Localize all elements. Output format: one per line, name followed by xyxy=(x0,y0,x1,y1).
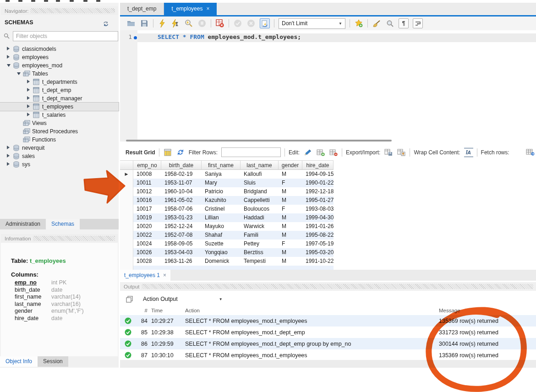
expand-arrow-icon[interactable] xyxy=(27,104,30,108)
explain-plan-icon[interactable] xyxy=(184,19,193,28)
output-col-message[interactable]: Message xyxy=(438,308,536,313)
tree-item-sys[interactable]: sys xyxy=(0,160,119,169)
output-type-dropdown[interactable]: Action Output ▼ xyxy=(138,296,223,302)
grid-col-hire_date[interactable]: hire_date xyxy=(302,160,334,170)
autocommit-toggle-icon[interactable] xyxy=(260,18,270,28)
sidebar-tab-schemas[interactable]: Schemas xyxy=(46,219,80,229)
grid-cell[interactable]: Patricio xyxy=(202,187,241,196)
grid-col-emp_no[interactable]: emp_no xyxy=(133,160,161,170)
expand-arrow-icon[interactable] xyxy=(7,55,10,59)
collapse-arrow-icon[interactable] xyxy=(17,72,21,75)
find-icon[interactable] xyxy=(385,19,394,28)
grid-cell[interactable]: 10024 xyxy=(133,240,161,248)
grid-cell[interactable]: M xyxy=(279,196,302,205)
table-row[interactable]: 100161961-05-02KazuhitoCappellettiM1995-… xyxy=(120,196,536,205)
table-row[interactable]: 100261953-04-03YongqiaoBerztissM1995-03-… xyxy=(120,248,536,257)
sidebar-tab-session[interactable]: Session xyxy=(38,356,68,367)
grid-col-last_name[interactable]: last_name xyxy=(241,160,279,170)
expand-arrow-icon[interactable] xyxy=(7,162,10,166)
output-col-index[interactable]: # xyxy=(136,308,151,313)
wrap-text-icon[interactable] xyxy=(413,18,423,28)
grid-col-birth_date[interactable]: birth_date xyxy=(161,160,202,170)
grid-cell[interactable]: 1953-11-07 xyxy=(161,179,202,187)
grid-cell[interactable]: 10011 xyxy=(133,179,161,187)
editor-results-splitter[interactable] xyxy=(126,140,392,142)
grid-col-first_name[interactable]: first_name xyxy=(202,160,241,170)
beautify-script-icon[interactable] xyxy=(372,19,381,28)
wrap-cell-content-icon[interactable]: ĪA xyxy=(464,148,473,157)
grid-cell[interactable]: Warwick xyxy=(241,222,279,231)
grid-cell[interactable]: M xyxy=(279,222,302,231)
table-row[interactable]: 100201952-12-24MayukoWarwickM1991-01-26 xyxy=(120,222,536,231)
grid-cell[interactable]: 1995-08-22 xyxy=(302,231,334,240)
import-records-icon[interactable] xyxy=(397,148,406,157)
output-col-time[interactable]: Time xyxy=(151,308,185,313)
grid-cell[interactable]: 1958-07-06 xyxy=(161,205,202,213)
grid-cell[interactable]: 10026 xyxy=(133,248,161,257)
grid-cell[interactable]: Cristinel xyxy=(202,205,241,213)
grid-cell[interactable]: Kalloufi xyxy=(241,170,279,179)
filter-objects-input[interactable] xyxy=(13,31,118,41)
result-set-tab[interactable]: t_employees 1 × xyxy=(120,270,170,281)
output-row[interactable]: 8710:30:10SELECT * FROM employees_mod.t_… xyxy=(120,349,536,361)
sql-editor[interactable]: 1 SELECT * FROM employees_mod.t_employee… xyxy=(120,30,536,142)
table-row[interactable]: 100121960-10-04PatricioBridglandM1992-12… xyxy=(120,187,536,196)
grid-cell[interactable]: F xyxy=(279,240,302,248)
grid-cell[interactable]: Cappelletti xyxy=(241,196,279,205)
grid-cell[interactable]: 10017 xyxy=(133,205,161,213)
expand-arrow-icon[interactable] xyxy=(27,88,30,92)
grid-cell[interactable]: M xyxy=(279,248,302,257)
grid-cell[interactable]: 1953-01-23 xyxy=(161,213,202,222)
grid-cell[interactable]: 1952-07-08 xyxy=(161,231,202,240)
tree-item-functions[interactable]: Functions xyxy=(0,136,119,144)
expand-arrow-icon[interactable] xyxy=(7,146,10,149)
fetch-rows-icon[interactable] xyxy=(526,148,535,157)
grid-cell[interactable]: 10016 xyxy=(133,196,161,205)
grid-cell[interactable]: Tempesti xyxy=(241,257,279,266)
grid-cell[interactable]: 1991-10-22 xyxy=(302,257,334,266)
grid-cell[interactable]: 10022 xyxy=(133,231,161,240)
grid-cell[interactable]: Mary xyxy=(202,179,241,187)
refresh-grid-icon[interactable] xyxy=(176,148,185,157)
grid-cell[interactable]: Kazuhito xyxy=(202,196,241,205)
row-limit-dropdown[interactable]: Don't Limit ▼ xyxy=(279,18,345,29)
grid-cell[interactable]: 1993-08-03 xyxy=(302,205,334,213)
tree-item-neverquit[interactable]: neverquit xyxy=(0,144,119,152)
grid-cell[interactable]: Yongqiao xyxy=(202,248,241,257)
grid-cell[interactable]: Lillian xyxy=(202,213,241,222)
grid-cell[interactable]: 1995-01-27 xyxy=(302,196,334,205)
tree-item-classicmodels[interactable]: classicmodels xyxy=(0,45,119,53)
grid-cell[interactable]: 1991-01-26 xyxy=(302,222,334,231)
table-row[interactable]: 100171958-07-06CristinelBouloucosF1993-0… xyxy=(120,205,536,213)
tree-item-t_dept_emp[interactable]: t_dept_emp xyxy=(0,86,119,94)
grid-cell[interactable]: Mayuko xyxy=(202,222,241,231)
grid-cell[interactable]: 1990-01-22 xyxy=(302,179,334,187)
refresh-schemas-icon[interactable] xyxy=(101,19,110,28)
filter-rows-input[interactable] xyxy=(221,147,281,157)
stop-query-icon[interactable] xyxy=(197,19,207,28)
tree-item-t_salaries[interactable]: t_salaries xyxy=(0,111,119,119)
sidebar-tab-object-info[interactable]: Object Info xyxy=(0,356,38,367)
grid-cell[interactable]: Bouloucos xyxy=(241,205,279,213)
tree-item-t_departments[interactable]: t_departments xyxy=(0,78,119,86)
grid-cell[interactable]: 1963-11-26 xyxy=(161,257,202,266)
export-recordset-icon[interactable] xyxy=(384,148,393,157)
execute-statement-icon[interactable] xyxy=(158,19,167,28)
grid-cell[interactable]: Haddadi xyxy=(241,213,279,222)
grid-cell[interactable]: 10012 xyxy=(133,187,161,196)
grid-cell[interactable]: Suzette xyxy=(202,240,241,248)
grid-cell[interactable]: Sluis xyxy=(241,179,279,187)
expand-arrow-icon[interactable] xyxy=(27,113,30,116)
expand-arrow-icon[interactable] xyxy=(7,47,10,50)
save-snippet-icon[interactable] xyxy=(354,19,363,28)
grid-cell[interactable]: 1960-10-04 xyxy=(161,187,202,196)
delete-row-icon[interactable] xyxy=(329,148,338,157)
output-row[interactable]: 8510:29:38SELECT * FROM employees_mod.t_… xyxy=(120,327,536,338)
grid-cell[interactable]: Shahaf xyxy=(202,231,241,240)
tree-item-t_dept_manager[interactable]: t_dept_manager xyxy=(0,94,119,103)
tree-item-stored-procedures[interactable]: Stored Procedures xyxy=(0,127,119,136)
grid-cell[interactable]: Bridgland xyxy=(241,187,279,196)
grid-cell[interactable]: 1953-04-03 xyxy=(161,248,202,257)
commit-icon[interactable] xyxy=(233,19,242,28)
grid-cell[interactable]: F xyxy=(279,179,302,187)
